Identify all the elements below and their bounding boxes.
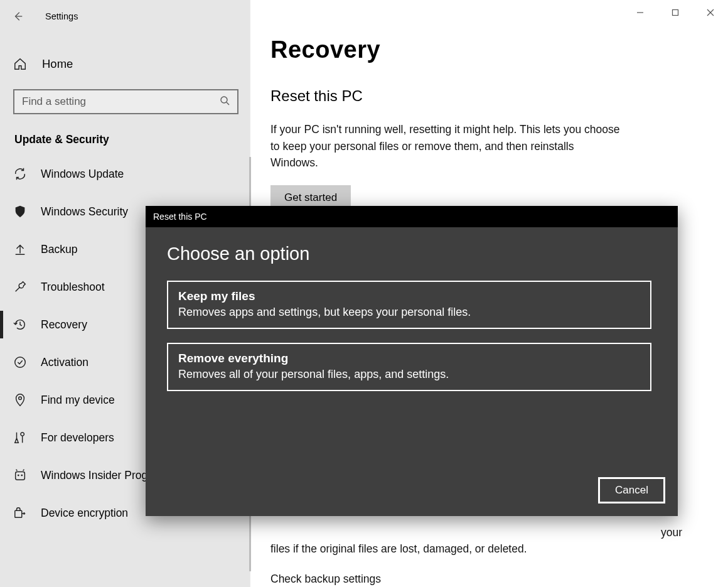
option-title: Remove everything xyxy=(178,352,640,365)
option-keep-my-files[interactable]: Keep my files Removes apps and settings,… xyxy=(167,281,651,329)
sidebar-item-label: Troubleshoot xyxy=(41,281,105,294)
section-header: Update & Security xyxy=(0,114,250,155)
reset-pc-dialog: Reset this PC Choose an option Keep my f… xyxy=(146,206,678,516)
option-title: Keep my files xyxy=(178,289,640,303)
sidebar-item-label: Device encryption xyxy=(41,507,128,520)
tools-icon xyxy=(13,431,27,444)
home-icon xyxy=(13,57,27,71)
minimize-button[interactable] xyxy=(623,0,658,25)
option-desc: Removes apps and settings, but keeps you… xyxy=(178,306,640,319)
sidebar-item-label: Windows Update xyxy=(41,168,124,181)
sync-icon xyxy=(13,167,27,181)
svg-rect-13 xyxy=(15,510,22,517)
option-desc: Removes all of your personal files, apps… xyxy=(178,368,640,381)
sidebar-item-label: Find my device xyxy=(41,394,115,407)
insider-icon xyxy=(13,468,27,482)
dialog-heading: Choose an option xyxy=(167,244,656,264)
history-icon xyxy=(13,318,27,331)
sidebar-item-label: Windows Security xyxy=(41,205,128,218)
back-button[interactable] xyxy=(13,11,24,22)
sidebar-item-label: Activation xyxy=(41,356,88,369)
svg-point-11 xyxy=(18,475,19,477)
reset-description: If your PC isn't running well, resetting… xyxy=(270,121,622,171)
partial-text-right: your xyxy=(270,524,697,541)
check-circle-icon xyxy=(13,355,27,369)
svg-rect-1 xyxy=(673,10,678,16)
app-title: Settings xyxy=(45,11,78,21)
maximize-button[interactable] xyxy=(658,0,693,25)
sidebar-item-label: Recovery xyxy=(41,318,87,331)
svg-point-12 xyxy=(21,475,23,477)
svg-point-9 xyxy=(19,397,22,400)
search-input-box[interactable] xyxy=(13,89,238,114)
dialog-title: Reset this PC xyxy=(146,206,678,227)
sidebar-item-label: For developers xyxy=(41,431,114,444)
cancel-button[interactable]: Cancel xyxy=(598,477,665,504)
close-button[interactable] xyxy=(693,0,728,25)
reset-heading: Reset this PC xyxy=(270,87,728,105)
svg-line-6 xyxy=(227,102,229,105)
check-backup-link[interactable]: Check backup settings xyxy=(270,571,697,587)
wrench-icon xyxy=(13,280,27,294)
page-title: Recovery xyxy=(270,36,728,63)
shield-icon xyxy=(13,205,27,218)
svg-point-8 xyxy=(15,357,26,368)
svg-rect-10 xyxy=(16,472,25,480)
location-icon xyxy=(13,393,27,407)
search-icon xyxy=(220,95,230,108)
option-remove-everything[interactable]: Remove everything Removes all of your pe… xyxy=(167,343,651,391)
backup-icon xyxy=(13,242,27,256)
encryption-icon xyxy=(13,506,27,520)
svg-point-5 xyxy=(221,97,227,103)
partial-text-line1: files if the original files are lost, da… xyxy=(270,541,697,557)
sidebar-item-label: Backup xyxy=(41,243,77,256)
sidebar-item-windows-update[interactable]: Windows Update xyxy=(0,155,250,193)
search-input[interactable] xyxy=(21,95,231,109)
home-label: Home xyxy=(42,57,73,71)
home-nav[interactable]: Home xyxy=(0,48,250,80)
